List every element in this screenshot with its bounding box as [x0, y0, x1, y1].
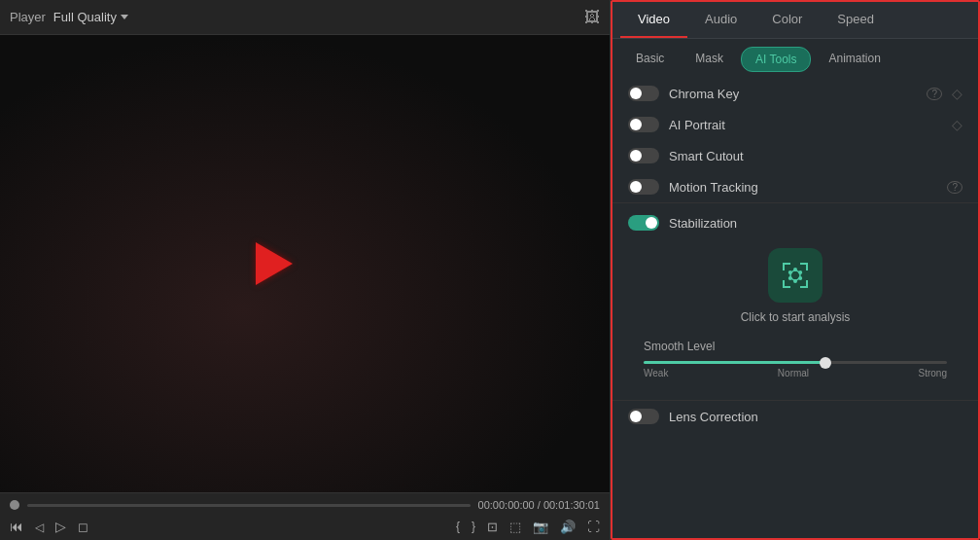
lens-correction-row[interactable]: Lens Correction [612, 400, 978, 432]
ai-portrait-label: AI Portrait [669, 118, 942, 132]
svg-point-14 [798, 276, 802, 280]
tool-item-smart-cutout[interactable]: Smart Cutout [612, 140, 978, 171]
smooth-level-fill [644, 361, 825, 364]
motion-tracking-toggle[interactable] [628, 179, 659, 195]
smooth-strong-label: Strong [919, 368, 947, 378]
lens-correction-label: Lens Correction [669, 410, 962, 424]
mark-in-button[interactable]: { [456, 520, 460, 533]
motion-tracking-help-icon[interactable]: ? [947, 181, 962, 194]
tool-item-motion-tracking[interactable]: Motion Tracking ? [612, 171, 978, 202]
export-button[interactable]: ⬚ [509, 520, 521, 534]
player-header-right: 🖼 [584, 9, 600, 26]
progress-bar-container: 00:00:00:00 / 00:01:30:01 [10, 499, 600, 511]
smooth-weak-label: Weak [644, 368, 668, 378]
time-current: 00:00:00:00 [478, 499, 535, 511]
svg-point-10 [793, 279, 797, 283]
fullscreen-button[interactable]: ⛶ [587, 520, 600, 534]
stabilization-item[interactable]: Stabilization [628, 215, 962, 238]
subtab-mask[interactable]: Mask [682, 47, 737, 72]
stop-icon [78, 519, 88, 534]
player-label: Player [10, 10, 46, 24]
subtab-ai-tools[interactable]: AI Tools [741, 47, 811, 72]
quality-selector[interactable]: Full Quality [53, 10, 128, 24]
subtab-basic[interactable]: Basic [622, 47, 678, 72]
ai-portrait-reset-icon[interactable]: ◇ [952, 117, 962, 132]
chroma-key-help-icon[interactable]: ? [927, 88, 942, 100]
lens-correction-toggle[interactable] [628, 409, 659, 424]
skip-back-button[interactable] [10, 519, 23, 534]
time-total: 00:01:30:01 [543, 499, 600, 511]
subtab-animation[interactable]: Animation [815, 47, 893, 72]
stabilization-label: Stabilization [669, 216, 962, 231]
play-button[interactable] [55, 519, 66, 534]
player-header: Player Full Quality 🖼 [0, 0, 610, 35]
tool-item-ai-portrait[interactable]: AI Portrait ◇ [612, 109, 978, 140]
top-tabs: Video Audio Color Speed [612, 2, 978, 39]
lens-correction-knob [630, 411, 642, 422]
timeline-section: 00:00:00:00 / 00:01:30:01 [0, 492, 610, 540]
chroma-key-label: Chroma Key [669, 87, 915, 101]
tab-video[interactable]: Video [620, 2, 687, 38]
svg-rect-1 [783, 263, 785, 270]
ai-portrait-knob [630, 119, 642, 130]
stabilization-toggle[interactable] [628, 215, 659, 231]
chroma-key-toggle[interactable] [628, 86, 659, 101]
right-panel: Video Audio Color Speed Basic Mask AI To… [611, 0, 980, 540]
smooth-level-labels: Weak Normal Strong [644, 368, 947, 378]
svg-point-12 [798, 270, 802, 274]
left-panel: Player Full Quality 🖼 00 [0, 0, 611, 540]
chroma-key-knob [630, 88, 642, 99]
mark-out-button[interactable]: } [472, 520, 475, 533]
stabilization-section: Stabilization [612, 202, 978, 400]
video-preview [0, 35, 610, 492]
chevron-down-icon [121, 15, 128, 19]
skip-back-icon [10, 519, 23, 534]
tab-color[interactable]: Color [754, 2, 820, 38]
analysis-button-area: Click to start analysis [628, 238, 962, 334]
video-background [0, 35, 610, 492]
play-slow-icon [35, 519, 44, 534]
motion-tracking-label: Motion Tracking [669, 180, 935, 195]
sub-tabs: Basic Mask AI Tools Animation [612, 39, 978, 72]
progress-track[interactable] [27, 504, 471, 507]
quality-label: Full Quality [53, 10, 117, 24]
smart-cutout-toggle[interactable] [628, 148, 659, 163]
analysis-text[interactable]: Click to start analysis [741, 310, 851, 324]
analysis-svg-icon [779, 259, 812, 292]
analysis-icon-button[interactable] [768, 248, 822, 303]
trim-button[interactable]: ⊡ [487, 520, 498, 534]
red-arrow-icon [256, 242, 293, 285]
controls-left [10, 519, 88, 534]
svg-rect-7 [806, 280, 808, 288]
smart-cutout-knob [630, 150, 642, 162]
image-icon: 🖼 [584, 9, 600, 25]
motion-tracking-knob [630, 181, 642, 193]
tool-item-chroma-key[interactable]: Chroma Key ? ◇ [612, 78, 978, 109]
smooth-normal-label: Normal [778, 368, 809, 378]
ai-tools-list: Chroma Key ? ◇ AI Portrait ◇ Smart Cutou… [612, 72, 978, 538]
tab-audio[interactable]: Audio [687, 2, 754, 38]
controls-right: { } ⊡ ⬚ 📷 🔊 ⛶ [456, 520, 600, 534]
chroma-key-reset-icon[interactable]: ◇ [952, 86, 962, 101]
tab-speed[interactable]: Speed [820, 2, 892, 38]
time-display: 00:00:00:00 / 00:01:30:01 [478, 499, 600, 511]
svg-rect-3 [806, 263, 808, 270]
stop-button[interactable] [78, 519, 88, 534]
play-icon [55, 519, 66, 534]
svg-point-11 [788, 270, 792, 274]
stabilization-knob [646, 217, 657, 229]
smart-cutout-label: Smart Cutout [669, 149, 962, 163]
arrow-overlay [256, 242, 293, 285]
smooth-level-track[interactable] [644, 361, 947, 364]
ai-portrait-toggle[interactable] [628, 117, 659, 132]
smooth-level-label: Smooth Level [644, 340, 947, 353]
volume-button[interactable]: 🔊 [560, 520, 576, 534]
snapshot-button[interactable]: 📷 [533, 520, 548, 534]
svg-point-13 [788, 276, 792, 280]
controls-row: { } ⊡ ⬚ 📷 🔊 ⛶ [10, 517, 600, 536]
play-slow-button[interactable] [35, 519, 44, 534]
playhead-dot[interactable] [10, 500, 19, 510]
smooth-level-thumb[interactable] [820, 357, 831, 369]
smooth-level-section: Smooth Level Weak Normal Strong [628, 334, 962, 388]
svg-rect-5 [783, 280, 785, 288]
